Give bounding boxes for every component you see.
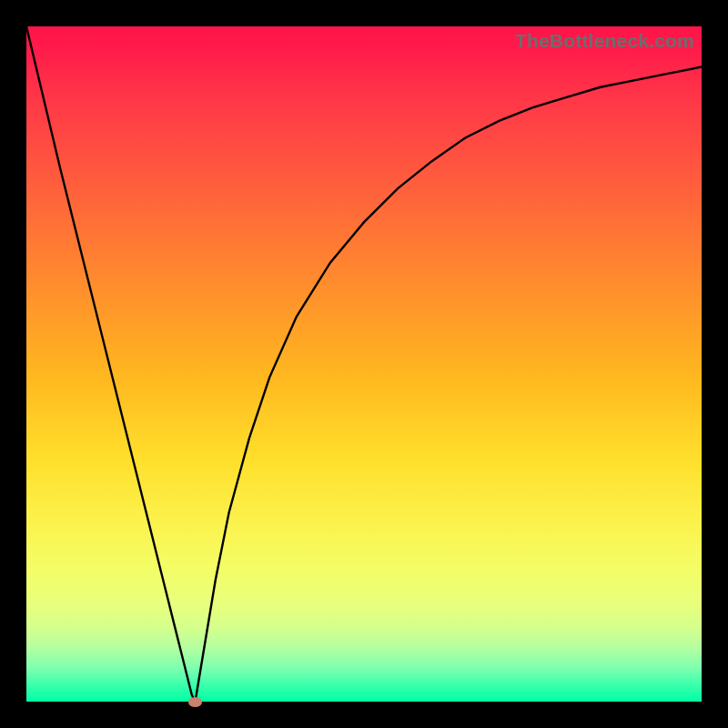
curve-layer xyxy=(26,26,702,702)
bottleneck-curve xyxy=(26,26,702,702)
plot-area: TheBottleneck.com xyxy=(26,26,702,702)
minimum-marker xyxy=(188,697,202,707)
chart-frame: TheBottleneck.com xyxy=(0,0,728,728)
